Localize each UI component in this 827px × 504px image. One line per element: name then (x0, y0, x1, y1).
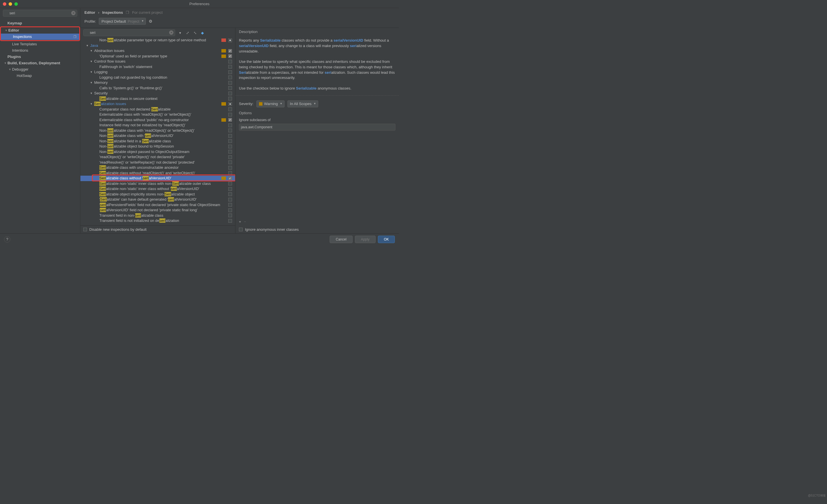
enable-inspection-checkbox[interactable] (228, 213, 232, 217)
sidebar-item[interactable]: Inspections❐ (1, 34, 79, 40)
settings-search-input[interactable] (3, 10, 77, 17)
inspection-row[interactable]: 'Optional' used as field or parameter ty… (81, 54, 235, 59)
inspection-row[interactable]: Serializable non-'static' inner class wi… (81, 186, 235, 192)
sidebar-item[interactable]: Intentions (0, 47, 80, 54)
enable-inspection-checkbox[interactable] (228, 97, 232, 100)
sidebar-item[interactable]: Live Templates (0, 41, 80, 47)
sidebar-item[interactable]: Keymap (0, 20, 80, 27)
reset-icon[interactable]: ◆ (200, 30, 205, 35)
inspection-row[interactable]: Calls to 'System.gc()' or 'Runtime.gc()' (81, 86, 235, 91)
inspection-row[interactable]: ▼Abstraction issues (81, 48, 235, 54)
inspection-search-input[interactable] (83, 29, 175, 36)
inspection-row[interactable]: Externalizable class with 'readObject()'… (81, 112, 235, 117)
clear-search-icon[interactable]: ✕ (71, 11, 76, 15)
gear-icon[interactable]: ⚙ (149, 19, 152, 23)
sidebar-item[interactable]: ▼Debugger (0, 66, 80, 72)
severity-combo[interactable]: Warning ▼ (256, 100, 285, 107)
inspection-row[interactable]: Serializable class in secure context (81, 96, 235, 102)
enable-inspection-checkbox[interactable] (228, 70, 232, 74)
inspection-row[interactable]: ▼Memory (81, 80, 235, 86)
inspection-row[interactable]: ▼Control flow issues (81, 59, 235, 64)
enable-inspection-checkbox[interactable] (228, 107, 232, 111)
enable-inspection-checkbox[interactable] (228, 118, 232, 122)
remove-icon[interactable]: − (244, 219, 246, 224)
collapse-all-icon[interactable]: ⤡ (192, 30, 198, 35)
inspection-row[interactable]: 'serialPersistentFields' field not decla… (81, 202, 235, 208)
inspection-row[interactable]: Comparator class not declared Serializab… (81, 107, 235, 112)
apply-button[interactable]: Apply (355, 236, 376, 243)
enable-inspection-checkbox[interactable] (228, 49, 232, 53)
inspection-row[interactable]: ▼Security (81, 91, 235, 96)
inspection-row[interactable]: Serializable class without 'readObject()… (81, 170, 235, 176)
enable-inspection-checkbox[interactable] (228, 81, 232, 85)
splitter-handle[interactable] (236, 95, 399, 97)
sidebar-item[interactable]: HotSwap (0, 72, 80, 79)
clear-search-icon[interactable]: ✕ (169, 31, 174, 35)
enable-inspection-checkbox[interactable] (228, 54, 232, 58)
enable-inspection-checkbox[interactable] (228, 187, 232, 191)
ignore-subclasses-input[interactable] (239, 124, 395, 131)
enable-inspection-checkbox[interactable] (228, 75, 232, 79)
expand-all-icon[interactable]: ⤢ (185, 30, 190, 35)
filter-icon[interactable]: ▾ (178, 30, 183, 35)
inspection-row[interactable]: 'Serializable' can have default generate… (81, 197, 235, 202)
enable-inspection-checkbox[interactable] (228, 177, 232, 180)
profile-combo[interactable]: Project Default Project ▼ (99, 18, 146, 25)
enable-inspection-checkbox[interactable] (228, 86, 232, 90)
inspection-row[interactable]: Logging call not guarded by log conditio… (81, 75, 235, 80)
inspection-row[interactable]: Non-serializable class with 'readObject(… (81, 128, 235, 134)
ok-button[interactable]: OK (378, 236, 395, 243)
enable-inspection-checkbox[interactable] (228, 123, 232, 127)
enable-inspection-checkbox[interactable] (228, 102, 232, 106)
enable-inspection-checkbox[interactable] (228, 219, 232, 223)
inspection-row[interactable]: 'readObject()' or 'writeObject()' not de… (81, 154, 235, 160)
enable-inspection-checkbox[interactable] (228, 139, 232, 143)
enable-inspection-checkbox[interactable] (228, 198, 232, 201)
inspection-row[interactable]: Fallthrough in 'switch' statement (81, 64, 235, 70)
enable-inspection-checkbox[interactable] (228, 60, 232, 63)
enable-inspection-checkbox[interactable] (228, 203, 232, 207)
disable-new-checkbox[interactable] (83, 228, 87, 231)
inspection-row[interactable]: Serializable class without 'serialVersio… (81, 175, 235, 181)
enable-inspection-checkbox[interactable] (228, 65, 232, 68)
sidebar-item[interactable]: ▼Build, Execution, Deployment (0, 60, 80, 66)
inspection-row[interactable]: Non-serializable object bound to HttpSes… (81, 144, 235, 149)
inspection-row[interactable]: Non-serializable object passed to Object… (81, 149, 235, 155)
inspection-row[interactable]: Externalizable class without 'public' no… (81, 117, 235, 123)
inspection-row[interactable]: Serializable class with unconstructable … (81, 165, 235, 170)
enable-inspection-checkbox[interactable] (228, 171, 232, 175)
enable-inspection-checkbox[interactable] (228, 160, 232, 164)
scope-combo[interactable]: In All Scopes ▼ (287, 100, 318, 107)
inspection-row[interactable]: 'readResolve()' or 'writeReplace()' not … (81, 160, 235, 165)
inspection-row[interactable]: Non-serializable class with 'serialVersi… (81, 133, 235, 139)
enable-inspection-checkbox[interactable] (228, 129, 232, 132)
inspection-row[interactable]: Transient field in non-serializable clas… (81, 213, 235, 218)
inspection-row[interactable]: Serializable object implicitly stores no… (81, 192, 235, 197)
inspection-row[interactable]: Transient field is not initialized on de… (81, 218, 235, 223)
enable-inspection-checkbox[interactable] (228, 182, 232, 186)
enable-inspection-checkbox[interactable] (228, 113, 232, 116)
enable-inspection-checkbox[interactable] (228, 92, 232, 95)
enable-inspection-checkbox[interactable] (228, 134, 232, 138)
enable-inspection-checkbox[interactable] (228, 155, 232, 159)
inspection-row[interactable]: ▼Logging (81, 69, 235, 75)
enable-inspection-checkbox[interactable] (228, 150, 232, 154)
enable-inspection-checkbox[interactable] (228, 39, 232, 42)
inspection-row[interactable]: Non-serializable parameter type or retur… (81, 38, 235, 43)
inspection-row[interactable]: ▼Java (81, 43, 235, 49)
enable-inspection-checkbox[interactable] (228, 192, 232, 196)
inspection-row[interactable]: Serializable non-'static' inner class wi… (81, 181, 235, 187)
enable-inspection-checkbox[interactable] (228, 145, 232, 148)
add-icon[interactable]: + (239, 219, 241, 224)
enable-inspection-checkbox[interactable] (228, 208, 232, 212)
ignore-anonymous-checkbox[interactable] (239, 228, 243, 231)
sidebar-item[interactable]: Plugins (0, 54, 80, 60)
inspection-row[interactable]: ▼Serialization issues (81, 101, 235, 107)
help-icon[interactable]: ? (4, 236, 10, 243)
inspection-row[interactable]: 'serialVersionUID' field not declared 'p… (81, 207, 235, 213)
sidebar-item[interactable]: ▼Editor (1, 27, 79, 34)
enable-inspection-checkbox[interactable] (228, 166, 232, 170)
inspection-row[interactable]: Instance field may not be initialized by… (81, 122, 235, 128)
inspection-row[interactable]: Non-serializable field in a Serializable… (81, 139, 235, 144)
cancel-button[interactable]: Cancel (330, 236, 352, 243)
